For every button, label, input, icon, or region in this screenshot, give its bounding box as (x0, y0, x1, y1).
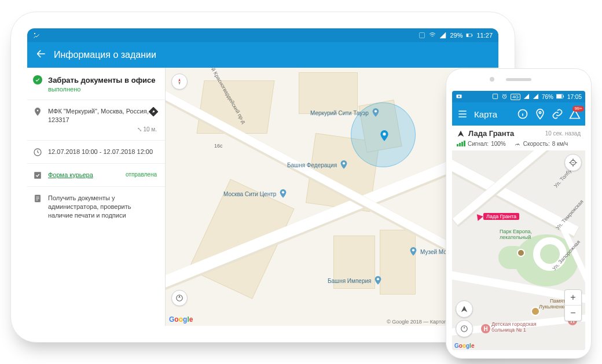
vehicle-arrow-icon (474, 212, 483, 220)
svg-point-10 (375, 110, 377, 112)
signal-value: 100% (491, 141, 506, 147)
check-icon (33, 75, 42, 84)
current-location-pin (380, 130, 389, 144)
note-icon (33, 194, 42, 203)
form-status: отправлена (126, 171, 157, 179)
svg-rect-0 (420, 33, 425, 38)
my-location-button[interactable] (564, 154, 582, 171)
tablet-status-bar: 29% 11:27 (27, 28, 498, 42)
battery-icon (556, 93, 564, 101)
alerts-button[interactable]: 99+ (569, 108, 581, 120)
signal-icon-2 (533, 93, 539, 101)
zoom-control: + − (564, 289, 582, 321)
phone-app-header: Карта 99+ (452, 102, 585, 126)
phone-status-bar: 4G 76% 17:05 (452, 91, 585, 102)
svg-rect-21 (557, 94, 562, 98)
alarm-icon (501, 93, 508, 101)
checkbox-icon (33, 171, 42, 180)
park-poi-pin[interactable] (517, 249, 525, 257)
svg-point-11 (343, 162, 345, 164)
svg-point-9 (383, 133, 386, 135)
alerts-badge: 99+ (572, 106, 584, 112)
svg-rect-18 (493, 94, 498, 98)
clock-icon (33, 148, 42, 157)
form-link[interactable]: Форма курьера (48, 171, 93, 178)
back-button[interactable] (35, 48, 47, 62)
location-icon (33, 107, 42, 116)
location-button[interactable] (534, 108, 546, 120)
svg-rect-2 (467, 34, 468, 37)
task-status: выполнено (27, 86, 165, 97)
lte-icon: 4G (511, 94, 520, 100)
battery-icon (466, 32, 473, 39)
svg-point-24 (539, 112, 541, 113)
front-camera (490, 77, 494, 82)
zoom-out-button[interactable]: − (565, 306, 581, 321)
link-button[interactable] (552, 108, 563, 120)
monument-pin[interactable] (531, 307, 540, 316)
camera-status-icon (456, 93, 462, 101)
phone-device: 4G 76% 17:05 Карта 99+ Лад (446, 68, 592, 359)
last-seen: 10 сек. назад (545, 130, 581, 137)
address-text: МФК "Меркурий", Москва, Россия, 123317 (48, 108, 149, 123)
phone-header-title: Карта (474, 109, 511, 119)
hospital-label: Детская городскаябольница № 1 (491, 322, 537, 333)
directions-icon[interactable] (149, 107, 158, 116)
task-title: Забрать документы в офисе (27, 73, 165, 86)
recenter-button[interactable] (456, 300, 473, 318)
signal-icon (439, 32, 446, 39)
task-notes: Получить документы у администратора, про… (48, 194, 131, 219)
speed-value: 8 км/ч (552, 141, 568, 147)
vehicle-info-card[interactable]: Лада Гранта 10 сек. назад Сигнал: 100% С… (452, 126, 585, 150)
clock-time: 17:05 (567, 94, 582, 100)
nfc-icon (492, 93, 498, 101)
vehicle-marker[interactable]: Лада Гранта (475, 213, 519, 220)
phone-speaker (506, 78, 531, 81)
compass-button[interactable] (171, 73, 188, 90)
speedometer-icon (514, 140, 521, 147)
park-label: Парк Европа,лекательный (500, 229, 532, 241)
wifi-icon (429, 32, 436, 39)
google-attribution: Google (454, 343, 474, 349)
task-row-form[interactable]: Форма курьера отправлена (27, 166, 165, 184)
svg-rect-3 (472, 35, 472, 36)
menu-button[interactable] (457, 108, 468, 120)
layers-button[interactable] (171, 290, 188, 306)
svg-point-13 (412, 249, 414, 251)
svg-point-17 (458, 95, 460, 97)
task-row-notes: Получить документы у администратора, про… (27, 189, 165, 225)
app-header: Информация о задании (27, 42, 498, 68)
task-panel: Забрать документы в офисе выполнено МФК … (27, 68, 166, 326)
svg-point-14 (377, 278, 379, 280)
info-button[interactable] (517, 108, 528, 120)
svg-rect-7 (35, 172, 41, 179)
vehicle-marker-label: Лада Гранта (483, 213, 519, 220)
poi-empire[interactable]: Башня Империя (328, 276, 383, 285)
nfc-icon (419, 32, 425, 39)
tablet-device: 29% 11:27 Информация о задании Забрать д… (10, 12, 515, 343)
bldg-num: 16с (214, 143, 223, 149)
signal-icon (523, 93, 530, 101)
clock-time: 11:27 (476, 32, 493, 39)
task-row-address[interactable]: МФК "Меркурий", Москва, Россия, 123317 ⤡… (27, 102, 165, 138)
svg-point-4 (36, 109, 38, 111)
task-row-time: 12.07.2018 10:00 - 12.07.2018 12:00 (27, 143, 165, 161)
zoom-in-button[interactable]: + (565, 290, 581, 306)
poi-citycentre[interactable]: Москва Сити Центр (223, 189, 288, 198)
poi-mercury[interactable]: Меркурий Сити Тауэр (310, 108, 380, 117)
svg-rect-22 (563, 95, 564, 97)
distance-text: ⤡ 10 м. (48, 124, 157, 134)
compass-button[interactable] (456, 320, 473, 337)
signal-bars-icon (457, 141, 465, 146)
poi-federation[interactable]: Башня Федерация (287, 160, 348, 170)
battery-status: 29% (450, 32, 462, 39)
svg-point-26 (572, 162, 574, 163)
settings-icon (33, 32, 40, 39)
header-title: Информация о задании (54, 50, 156, 60)
battery-text: 76% (542, 94, 553, 100)
phone-map[interactable]: Лада Гранта Парк Европа,лекательный Ул. … (452, 150, 585, 350)
signal-label: Сигнал: (468, 141, 489, 147)
vehicle-name: Лада Гранта (468, 129, 514, 138)
google-attribution: Google (169, 315, 193, 323)
hospital-pin-1[interactable]: H (481, 324, 490, 333)
